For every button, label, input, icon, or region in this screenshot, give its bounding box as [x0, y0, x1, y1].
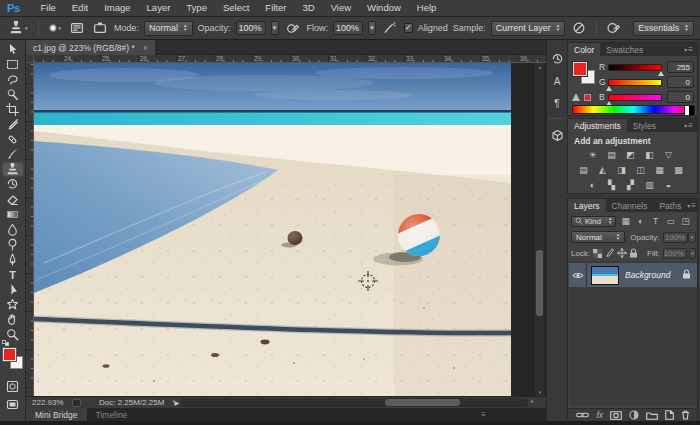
tab-adjustments[interactable]: Adjustments — [568, 119, 627, 132]
flow-dropdown-button[interactable]: ▼ — [368, 21, 376, 35]
blue-value[interactable]: 0 — [667, 91, 694, 103]
tab-styles[interactable]: Styles — [627, 119, 662, 132]
curves-icon[interactable]: ◩ — [623, 148, 638, 161]
adjustments-panel-menu-icon[interactable]: ≡ — [684, 119, 697, 132]
flow-value[interactable]: 100% — [333, 21, 363, 35]
menu-edit[interactable]: Edit — [64, 0, 96, 16]
close-tab-icon[interactable]: × — [143, 43, 148, 53]
workspace-switcher[interactable]: Essentials — [633, 21, 694, 36]
tab-channels[interactable]: Channels — [606, 199, 654, 212]
red-slider[interactable] — [608, 64, 662, 71]
mode-select[interactable]: Normal — [144, 21, 192, 36]
color-lookup-icon[interactable]: ▩ — [671, 163, 686, 176]
vibrance-icon[interactable]: ▽ — [661, 148, 676, 161]
green-slider[interactable] — [608, 79, 662, 86]
tab-paths[interactable]: Paths — [653, 199, 687, 212]
horizontal-scrollbar[interactable] — [180, 398, 528, 407]
tool-preset-picker[interactable]: ▾ — [7, 20, 30, 37]
tool-clone-stamp[interactable] — [2, 162, 24, 177]
black-swatch[interactable] — [689, 106, 694, 115]
tool-gradient[interactable] — [2, 207, 24, 222]
color-balance-icon[interactable]: ◭ — [595, 163, 610, 176]
layer-opacity-dropdown[interactable]: ▾ — [688, 232, 696, 243]
scroll-left-icon[interactable]: ◂ — [172, 397, 175, 404]
color-panel-menu-icon[interactable]: ≡ — [684, 43, 697, 56]
foreground-color-swatch[interactable] — [3, 348, 16, 361]
lock-all-icon[interactable] — [629, 248, 639, 259]
fill-dropdown[interactable]: ▾ — [689, 248, 696, 259]
lock-pixels-icon[interactable] — [604, 248, 614, 259]
pressure-size-button[interactable] — [605, 20, 623, 37]
menu-file[interactable]: File — [32, 0, 63, 16]
layer-visibility-toggle[interactable] — [569, 263, 587, 287]
black-white-icon[interactable]: ◨ — [614, 163, 629, 176]
filter-adjustment-layers-icon[interactable]: ◐ — [634, 216, 646, 227]
layer-opacity-value[interactable]: 100% — [663, 232, 689, 243]
status-menu-arrow-icon[interactable]: ▶ — [174, 399, 179, 406]
new-layer-icon[interactable] — [665, 410, 674, 420]
toggle-brush-panel-button[interactable] — [68, 20, 86, 37]
hue-saturation-icon[interactable]: ▤ — [576, 163, 591, 176]
invert-icon[interactable]: ◐ — [585, 178, 600, 191]
history-panel-icon[interactable] — [548, 50, 566, 68]
sample-select[interactable]: Current Layer — [491, 21, 566, 36]
fill-value[interactable]: 100% — [663, 248, 686, 259]
delete-layer-icon[interactable] — [681, 410, 690, 420]
threshold-icon[interactable]: ▞ — [623, 178, 638, 191]
vertical-scrollbar-thumb[interactable] — [536, 250, 543, 316]
bottom-panel-menu-icon[interactable]: ≡ — [481, 408, 486, 421]
vertical-ruler[interactable] — [26, 63, 34, 396]
tool-blur[interactable] — [2, 222, 24, 237]
channel-mixer-icon[interactable]: ▦ — [652, 163, 667, 176]
default-colors-icon[interactable] — [2, 340, 11, 347]
gamut-warning-icon[interactable] — [572, 93, 580, 101]
levels-icon[interactable]: ▤ — [604, 148, 619, 161]
panel-foreground-swatch[interactable] — [573, 62, 587, 76]
filter-shape-layers-icon[interactable]: ▭ — [664, 216, 676, 227]
posterize-icon[interactable]: ▚ — [604, 178, 619, 191]
tool-rectangular-marquee[interactable] — [2, 57, 24, 72]
tool-spot-healing-brush[interactable] — [2, 132, 24, 147]
blue-slider[interactable] — [608, 94, 662, 101]
ignore-adjustment-layers-button[interactable] — [570, 20, 588, 37]
beach-photo[interactable] — [34, 63, 511, 396]
opacity-dropdown-button[interactable]: ▼ — [271, 21, 279, 35]
gradient-map-icon[interactable]: ▥ — [642, 178, 657, 191]
quick-mask-button[interactable] — [2, 379, 24, 394]
tool-pen[interactable] — [2, 252, 24, 267]
tool-dodge[interactable] — [2, 237, 24, 252]
lock-position-icon[interactable] — [617, 248, 627, 259]
tool-history-brush[interactable] — [2, 177, 24, 192]
blend-mode-select[interactable]: Normal — [571, 231, 625, 243]
scroll-right-icon[interactable]: ▸ — [531, 397, 534, 404]
layer-name[interactable]: Background — [625, 270, 670, 280]
menu-window[interactable]: Window — [359, 0, 409, 16]
tool-path-selection[interactable] — [2, 282, 24, 297]
screen-mode-button[interactable] — [2, 397, 24, 412]
menu-select[interactable]: Select — [215, 0, 257, 16]
lock-transparency-icon[interactable] — [592, 248, 602, 259]
aligned-checkbox[interactable]: ✓ — [404, 23, 413, 33]
toggle-clone-source-panel-button[interactable] — [91, 20, 109, 37]
link-layers-icon[interactable] — [576, 411, 589, 419]
menu-help[interactable]: Help — [409, 0, 445, 16]
menu-3d[interactable]: 3D — [294, 0, 322, 16]
filter-kind-select[interactable]: Kind — [571, 216, 616, 227]
opacity-value[interactable]: 100% — [236, 21, 266, 35]
color-spectrum-ramp[interactable] — [572, 105, 695, 114]
tool-lasso[interactable] — [2, 72, 24, 87]
menu-image[interactable]: Image — [96, 0, 138, 16]
scroll-up-icon[interactable]: ▴ — [535, 64, 545, 70]
tab-color[interactable]: Color — [568, 43, 600, 56]
exposure-icon[interactable]: ◧ — [642, 148, 657, 161]
menu-view[interactable]: View — [323, 0, 359, 16]
layer-thumbnail[interactable] — [591, 266, 619, 285]
tab-swatches[interactable]: Swatches — [600, 43, 649, 56]
pressure-opacity-button[interactable] — [284, 20, 302, 37]
document-tab[interactable]: c1.jpg @ 223% (RGB/8#) * × — [26, 40, 155, 55]
menu-layer[interactable]: Layer — [139, 0, 179, 16]
vertical-scrollbar[interactable]: ▴ ▾ — [534, 63, 544, 396]
new-adjustment-layer-icon[interactable] — [629, 410, 639, 420]
menu-filter[interactable]: Filter — [257, 0, 294, 16]
tool-custom-shape[interactable] — [2, 297, 24, 312]
